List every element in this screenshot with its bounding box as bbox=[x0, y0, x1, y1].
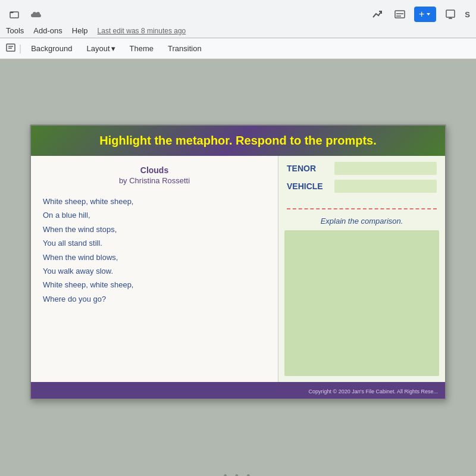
main-content: Highlight the metaphor. Respond to the p… bbox=[0, 59, 476, 476]
poem-line-7: White sheep, white sheep, bbox=[43, 278, 266, 292]
last-edit-label: Last edit was 8 minutes ago bbox=[98, 27, 186, 35]
present-icon[interactable] bbox=[442, 6, 459, 23]
tenor-input[interactable] bbox=[334, 162, 437, 175]
poem-line-5: When the wind blows, bbox=[43, 250, 266, 264]
toolbar-separator: | bbox=[19, 43, 21, 54]
slide-area: Highlight the metaphor. Respond to the p… bbox=[0, 59, 476, 465]
browser-top-left bbox=[6, 6, 44, 23]
tenor-label: TENOR bbox=[287, 164, 334, 173]
slide-footer: Copyright © 2020 Jan's File Cabinet. All… bbox=[31, 382, 445, 399]
add-slide-button[interactable]: + bbox=[414, 7, 436, 22]
transition-button[interactable]: Transition bbox=[162, 42, 208, 55]
browser-top-bar: + S bbox=[6, 4, 470, 26]
copyright-text: Copyright © 2020 Jan's File Cabinet. All… bbox=[309, 389, 438, 394]
slide-container: Highlight the metaphor. Respond to the p… bbox=[30, 124, 446, 400]
svg-rect-1 bbox=[395, 11, 405, 18]
top-right-icons: + S bbox=[369, 6, 470, 23]
explain-text-area[interactable] bbox=[284, 230, 439, 376]
menu-help[interactable]: Help bbox=[72, 26, 88, 35]
response-top: TENOR VEHICLE bbox=[278, 156, 445, 203]
plus-icon: + bbox=[419, 9, 424, 20]
poem-column: Clouds by Christina Rossetti White sheep… bbox=[31, 156, 278, 382]
vehicle-label: VEHICLE bbox=[287, 181, 334, 191]
poem-line-6: You walk away slow. bbox=[43, 264, 266, 278]
poem-line-2: On a blue hill, bbox=[43, 208, 266, 222]
layout-button[interactable]: Layout ▾ bbox=[81, 42, 121, 55]
menu-addons[interactable]: Add-ons bbox=[33, 26, 62, 35]
menu-tools[interactable]: Tools bbox=[6, 26, 24, 35]
vehicle-row: VEHICLE bbox=[287, 180, 437, 193]
trending-up-icon[interactable] bbox=[369, 6, 386, 23]
poem-author: by Christina Rossetti bbox=[43, 176, 266, 185]
menu-bar: Tools Add-ons Help Last edit was 8 minut… bbox=[6, 26, 470, 37]
layout-arrow-icon: ▾ bbox=[111, 44, 115, 53]
poem-line-8: Where do you go? bbox=[43, 292, 266, 306]
response-column: TENOR VEHICLE Explain the comparison. bbox=[278, 156, 445, 382]
slide-icon bbox=[6, 43, 15, 54]
tenor-row: TENOR bbox=[287, 162, 437, 175]
slide-body: Clouds by Christina Rossetti White sheep… bbox=[31, 156, 445, 382]
toolbar: | Background Layout ▾ Theme Transition bbox=[0, 38, 476, 59]
explain-label: Explain the comparison. bbox=[278, 214, 445, 230]
slide-title: Highlight the metaphor. Respond to the p… bbox=[43, 134, 433, 148]
poem-line-4: You all stand still. bbox=[43, 236, 266, 250]
poem-title: Clouds bbox=[43, 165, 266, 175]
background-button[interactable]: Background bbox=[25, 42, 78, 55]
dashed-divider bbox=[287, 208, 437, 209]
svg-marker-4 bbox=[427, 13, 430, 15]
cloud-icon[interactable] bbox=[27, 6, 44, 23]
poem-text: White sheep, white sheep, On a blue hill… bbox=[43, 195, 266, 306]
vehicle-input[interactable] bbox=[334, 180, 437, 193]
svg-rect-8 bbox=[7, 44, 15, 51]
poem-line-1: White sheep, white sheep, bbox=[43, 195, 266, 208]
poem-line-3: When the wind stops, bbox=[43, 223, 266, 236]
browser-chrome: + S Tools Add-ons Help Last edit was 8 m… bbox=[0, 0, 476, 38]
slide-header: Highlight the metaphor. Respond to the p… bbox=[31, 126, 445, 156]
theme-button[interactable]: Theme bbox=[124, 42, 159, 55]
folder-icon[interactable] bbox=[6, 6, 23, 23]
share-label: S bbox=[465, 10, 470, 19]
svg-rect-5 bbox=[446, 10, 455, 17]
subtitles-icon[interactable] bbox=[392, 6, 408, 23]
slide-dots: • • • bbox=[0, 465, 476, 476]
